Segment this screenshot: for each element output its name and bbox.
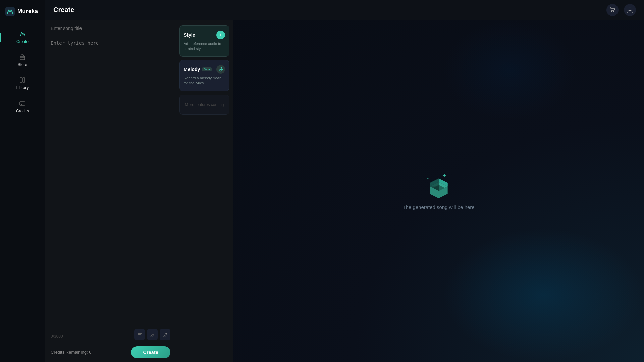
melody-card-description: Record a melody motif for the lyrics <box>184 76 225 86</box>
app-name: Mureka <box>17 8 38 15</box>
style-card-title: Style <box>184 32 195 38</box>
svg-rect-13 <box>138 336 141 336</box>
lyrics-toolbar <box>134 329 170 340</box>
nav-menu: Create Store Library <box>0 26 45 117</box>
credits-icon <box>19 100 26 107</box>
char-counter: 0/3000 <box>51 334 63 339</box>
create-button[interactable]: Create <box>131 346 170 358</box>
sidebar-item-library[interactable]: Library <box>3 72 42 94</box>
lyrics-textarea[interactable] <box>51 39 170 338</box>
page-title: Create <box>53 6 74 14</box>
style-feature-card[interactable]: Style + Add reference audio to control s… <box>179 25 229 57</box>
style-card-description: Add reference audio to control style <box>184 41 225 52</box>
sidebar-label-create: Create <box>16 39 29 44</box>
logo: Mureka <box>0 7 45 26</box>
svg-point-9 <box>613 11 614 12</box>
content-area: 0/3000 <box>45 20 644 362</box>
features-panel: Style + Add reference audio to control s… <box>176 20 233 362</box>
empty-state: The generated song will be here <box>402 172 474 210</box>
output-panel: The generated song will be here <box>233 20 644 362</box>
svg-rect-14 <box>220 67 222 70</box>
header: Create <box>45 0 644 20</box>
user-avatar-button[interactable] <box>624 4 636 16</box>
coming-soon-text: More features coming <box>184 100 225 110</box>
sidebar-item-create[interactable]: Create <box>3 26 42 48</box>
bottom-bar: Credits Remaining: 0 Create <box>45 342 176 362</box>
coming-soon-card: More features coming <box>179 95 229 115</box>
svg-rect-1 <box>20 56 25 60</box>
create-icon <box>19 30 26 38</box>
song-title-section <box>45 20 176 35</box>
melody-card-header: Melody Beta <box>184 65 225 74</box>
style-add-button[interactable]: + <box>216 31 225 39</box>
lyrics-section: 0/3000 <box>45 35 176 342</box>
library-icon <box>19 76 26 84</box>
svg-point-8 <box>611 11 612 12</box>
melody-feature-card[interactable]: Melody Beta Record a melody motif for th… <box>179 60 229 91</box>
melody-mic-button[interactable] <box>216 65 225 74</box>
song-title-input[interactable] <box>51 26 170 31</box>
credits-remaining-label: Credits Remaining: 0 <box>51 350 91 355</box>
text-tool-button[interactable] <box>134 329 145 340</box>
enhance-tool-button[interactable] <box>160 329 170 340</box>
style-card-header: Style + <box>184 31 225 39</box>
sidebar-label-credits: Credits <box>16 109 29 113</box>
melody-card-title: Melody Beta <box>184 67 212 72</box>
beta-badge: Beta <box>202 67 212 71</box>
empty-box-icon <box>425 172 452 199</box>
svg-rect-12 <box>138 334 141 335</box>
sidebar-label-library: Library <box>16 85 29 90</box>
edit-tool-button[interactable] <box>147 329 158 340</box>
main-area: Create <box>45 0 644 362</box>
cart-button[interactable] <box>606 4 619 16</box>
header-actions <box>606 4 636 16</box>
store-icon <box>19 53 26 61</box>
sidebar: Mureka Create Store <box>0 0 45 362</box>
svg-point-10 <box>629 8 631 10</box>
sidebar-label-store: Store <box>18 62 28 67</box>
mureka-logo-icon <box>5 7 15 16</box>
svg-rect-4 <box>23 78 25 82</box>
sidebar-item-credits[interactable]: Credits <box>3 96 42 117</box>
sidebar-item-store[interactable]: Store <box>3 49 42 71</box>
svg-rect-11 <box>138 333 142 334</box>
svg-rect-5 <box>20 102 25 105</box>
lyrics-panel: 0/3000 <box>45 20 176 362</box>
svg-rect-3 <box>20 78 22 82</box>
empty-state-text: The generated song will be here <box>402 204 474 210</box>
svg-rect-7 <box>21 104 22 105</box>
